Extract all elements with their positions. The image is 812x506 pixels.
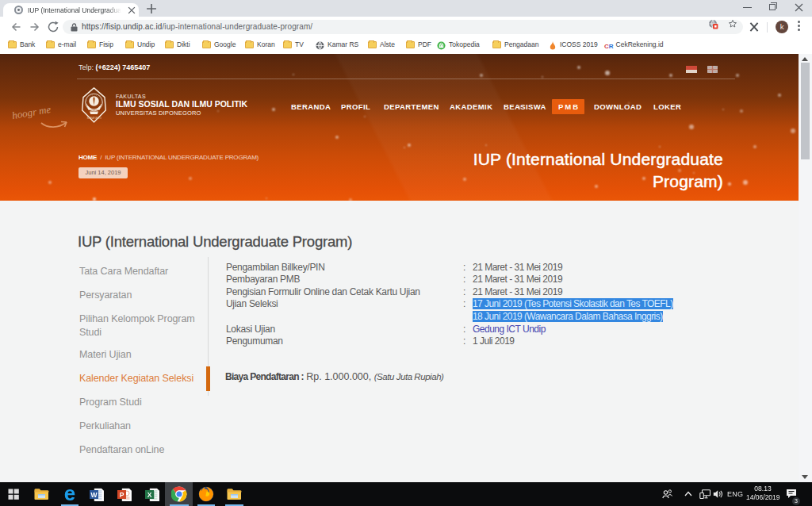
svg-text:X: X [147,491,152,499]
svg-text:W: W [90,491,98,499]
svg-text:SEMARANG: SEMARANG [86,117,102,120]
svg-text:P: P [120,491,124,499]
